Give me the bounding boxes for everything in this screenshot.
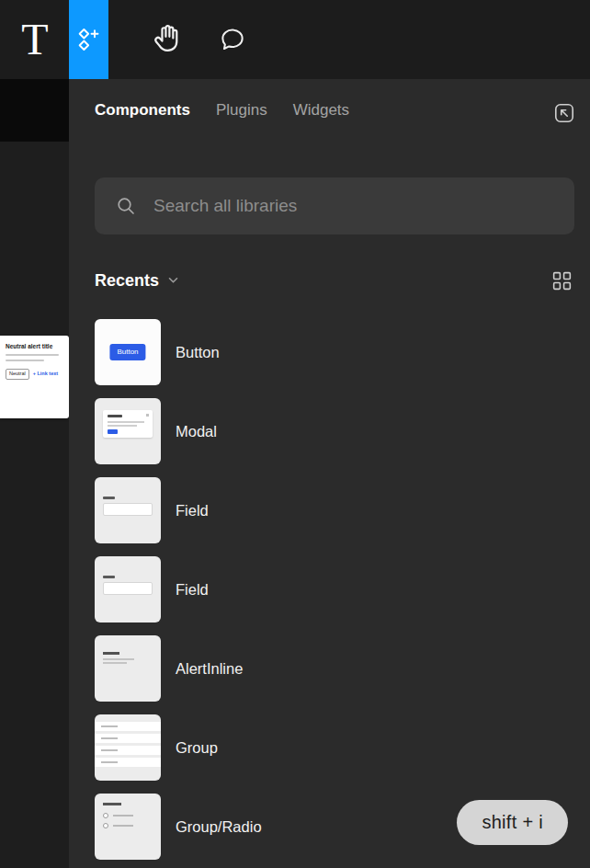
thumb-line — [113, 825, 133, 827]
popout-window-button[interactable] — [550, 99, 578, 127]
component-thumbnail — [95, 714, 161, 781]
component-label: Group/Radio — [176, 818, 262, 836]
alert-neutral-button: Neutral — [6, 369, 29, 380]
thumb-button-preview: Button — [109, 344, 145, 360]
thumb-line — [108, 421, 144, 423]
component-thumbnail — [95, 556, 161, 622]
alert-component-preview[interactable]: Neutral alert title Neutral + Link text — [0, 336, 69, 418]
component-label: Field — [176, 502, 209, 520]
component-thumbnail — [95, 794, 161, 860]
thumb-radio-preview — [103, 823, 108, 828]
tab-widgets[interactable]: Widgets — [293, 101, 349, 120]
chevron-down-icon — [168, 277, 178, 284]
toolbar: T — [0, 0, 590, 79]
thumb-line — [108, 429, 118, 434]
tab-components[interactable]: Components — [95, 101, 190, 120]
section-title: Recents — [95, 271, 159, 291]
alert-description-line — [6, 354, 59, 356]
thumb-line — [103, 576, 115, 578]
component-item-alertinline[interactable]: AlertInline — [95, 635, 590, 702]
shortcut-hint-badge: shift + i — [457, 800, 568, 845]
component-label: AlertInline — [176, 660, 243, 678]
text-tool-button[interactable]: T — [15, 0, 55, 79]
component-item-field[interactable]: Field — [95, 556, 590, 622]
thumb-row — [95, 722, 161, 731]
thumb-line — [103, 658, 134, 660]
recents-dropdown[interactable]: Recents — [95, 271, 178, 291]
component-thumbnail — [95, 635, 161, 702]
thumb-modal-preview — [103, 410, 153, 438]
component-thumbnail — [95, 477, 161, 543]
thumb-line — [103, 497, 115, 499]
comment-icon — [218, 25, 247, 54]
component-label: Button — [176, 344, 220, 361]
component-label: Field — [176, 581, 209, 599]
component-item-group[interactable]: Group — [95, 714, 590, 781]
search-icon — [115, 195, 137, 217]
thumb-input-preview — [103, 582, 153, 595]
recents-list: Button Button Modal Field — [95, 319, 590, 868]
canvas-background — [0, 79, 69, 868]
component-label: Group — [176, 739, 218, 757]
insert-panel: Components Plugins Widgets Recents — [69, 79, 590, 868]
search-input[interactable] — [153, 196, 554, 216]
thumb-line — [101, 725, 118, 727]
alert-link-text: + Link text — [33, 371, 58, 377]
component-thumbnail: Button — [95, 319, 161, 385]
thumb-input-preview — [103, 503, 153, 516]
recents-header-row: Recents — [95, 267, 575, 294]
text-tool-icon: T — [21, 17, 48, 62]
component-item-modal[interactable]: Modal — [95, 398, 590, 464]
thumb-line — [101, 761, 118, 763]
thumb-line — [103, 662, 127, 664]
popout-icon — [552, 101, 576, 125]
thumb-line — [103, 652, 119, 655]
thumb-row — [95, 746, 161, 755]
thumb-row — [95, 734, 161, 743]
component-item-field[interactable]: Field — [95, 477, 590, 543]
thumb-rows-preview — [95, 722, 161, 770]
alert-description-line — [6, 360, 44, 361]
components-tool-button[interactable] — [69, 0, 108, 79]
grid-view-button[interactable] — [548, 267, 575, 294]
component-item-button[interactable]: Button Button — [95, 319, 590, 385]
thumb-line — [101, 749, 118, 751]
thumb-line — [103, 803, 121, 805]
tab-plugins[interactable]: Plugins — [216, 101, 267, 120]
alert-title: Neutral alert title — [6, 343, 63, 350]
thumb-row — [95, 758, 161, 767]
thumb-line — [113, 815, 133, 817]
comment-tool-button[interactable] — [212, 0, 253, 79]
alert-actions: Neutral + Link text — [6, 369, 63, 380]
thumb-line — [108, 425, 137, 427]
thumb-line — [101, 737, 118, 739]
search-bar[interactable] — [95, 177, 574, 234]
component-thumbnail — [95, 398, 161, 464]
component-label: Modal — [176, 423, 217, 440]
hand-tool-button[interactable] — [147, 0, 187, 79]
thumb-radio-preview — [103, 813, 108, 818]
hand-tool-icon — [150, 22, 185, 57]
canvas-band — [0, 79, 69, 142]
components-insert-icon — [75, 26, 103, 53]
grid-view-icon — [550, 269, 573, 292]
thumb-line — [108, 415, 122, 417]
thumb-line — [146, 414, 149, 417]
panel-tabs: Components Plugins Widgets — [95, 101, 349, 120]
